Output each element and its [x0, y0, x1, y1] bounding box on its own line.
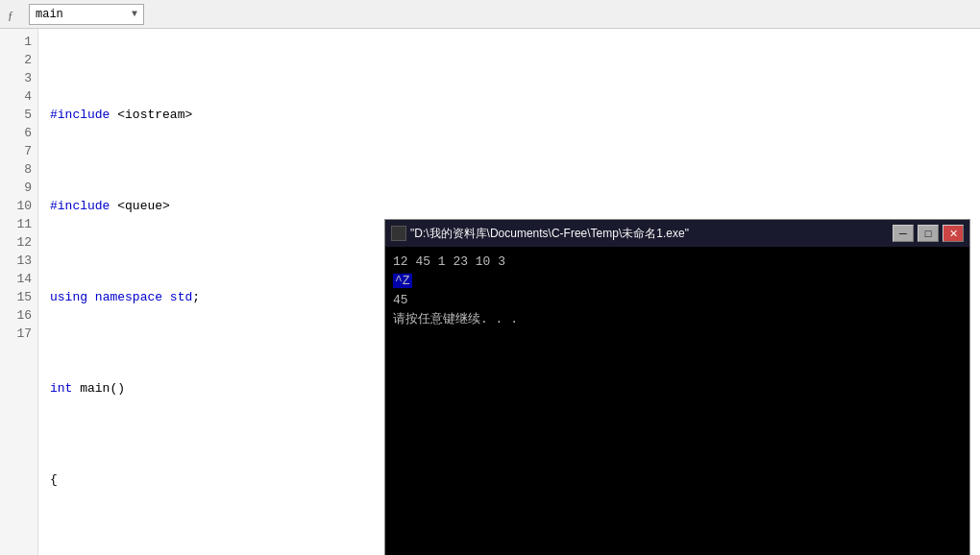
code-line-1: #include <iostream>	[46, 106, 980, 124]
line-num: 11	[0, 215, 37, 233]
line-numbers: 1 2 3 4 5 6 7 8 9 10 11 12 13 14 15 16 1…	[0, 29, 38, 555]
code-editor: 1 2 3 4 5 6 7 8 9 10 11 12 13 14 15 16 1…	[0, 29, 980, 555]
chevron-down-icon: ▼	[132, 9, 137, 19]
console-restore-button[interactable]: □	[918, 225, 939, 242]
console-window: "D:\我的资料库\Documents\C-Free\Temp\未命名1.exe…	[384, 219, 970, 555]
svg-text:ƒ: ƒ	[8, 9, 13, 22]
function-dropdown-text: main	[36, 8, 128, 21]
line-num: 12	[0, 233, 37, 252]
code-token: <queue>	[110, 197, 169, 215]
code-token	[162, 288, 170, 306]
line-num: 9	[0, 179, 37, 197]
line-num: 5	[0, 106, 37, 124]
line-num: 4	[0, 87, 37, 106]
console-titlebar: "D:\我的资料库\Documents\C-Free\Temp\未命名1.exe…	[385, 220, 969, 247]
line-num: 13	[0, 252, 37, 270]
console-output-line-1: 12 45 1 23 10 3	[393, 253, 962, 272]
code-line-2: #include <queue>	[46, 197, 980, 215]
console-output-line-4: 请按任意键继续. . .	[393, 310, 962, 329]
function-dropdown[interactable]: main ▼	[29, 4, 144, 25]
editor-container: ƒ main ▼ 1 2 3 4 5 6 7 8 9 10 11 12 13 1…	[0, 0, 980, 555]
line-num: 16	[0, 306, 37, 325]
code-token	[87, 288, 95, 306]
line-num: 6	[0, 124, 37, 142]
console-output-line-3: 45	[393, 291, 962, 310]
line-num: 7	[0, 142, 37, 160]
toolbar: ƒ main ▼	[0, 0, 980, 29]
console-close-button[interactable]: ✕	[943, 225, 964, 242]
function-icon: ƒ	[8, 7, 23, 22]
line-num: 8	[0, 160, 37, 179]
line-num: 15	[0, 288, 37, 306]
code-token: int	[50, 379, 72, 398]
code-token: std	[170, 288, 192, 306]
code-token: main()	[72, 379, 125, 398]
code-token: namespace	[95, 288, 162, 306]
line-num: 3	[0, 69, 37, 87]
line-num: 1	[0, 33, 37, 51]
line-num: 14	[0, 270, 37, 288]
console-content: 12 45 1 23 10 3 ^Z 45 请按任意键继续. . .	[385, 247, 969, 555]
line-num: 17	[0, 325, 37, 343]
code-token: #include	[50, 106, 110, 124]
console-highlight-text: ^Z	[393, 274, 412, 288]
console-minimize-button[interactable]: ─	[893, 225, 914, 242]
code-token: #include	[50, 197, 110, 215]
code-token: using	[50, 288, 87, 306]
console-title-text: "D:\我的资料库\Documents\C-Free\Temp\未命名1.exe…	[410, 226, 889, 242]
console-output-line-2: ^Z	[393, 272, 962, 291]
code-token: ;	[192, 288, 200, 306]
line-num: 2	[0, 51, 37, 69]
code-token: {	[50, 471, 58, 489]
console-app-icon	[391, 226, 406, 241]
line-num: 10	[0, 197, 37, 215]
code-token: <iostream>	[110, 106, 192, 124]
